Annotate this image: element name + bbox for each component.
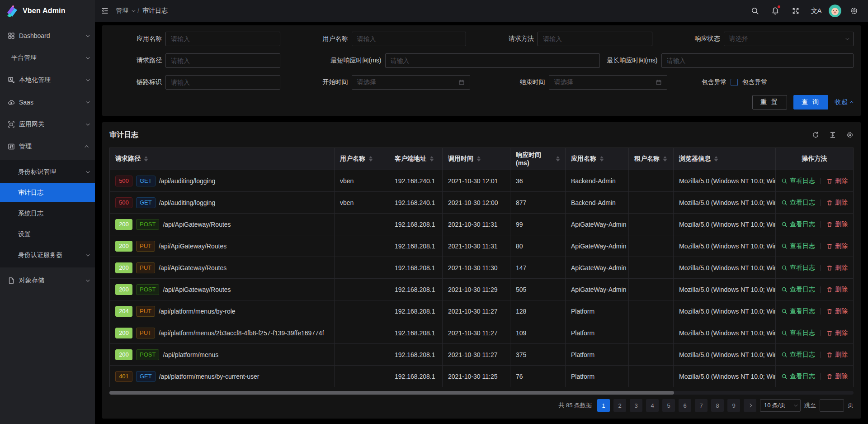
page-button[interactable]: 9 [727, 399, 740, 412]
user-name-input[interactable] [352, 32, 467, 46]
page-button[interactable]: 7 [695, 399, 708, 412]
table-row[interactable]: 401 GET /api/platform/menus/by-current-u… [110, 365, 853, 387]
sidebar-subitem-auth-server[interactable]: 身份认证服务器 [0, 246, 95, 265]
view-log-action[interactable]: 查看日志 [781, 242, 815, 250]
start-time-picker[interactable]: 请选择 [352, 75, 470, 90]
gear-icon[interactable] [846, 131, 854, 138]
column-header[interactable]: 请求路径 [110, 148, 335, 170]
column-header[interactable]: 操作方法 [776, 148, 853, 170]
page-button[interactable]: 4 [646, 399, 659, 412]
view-log-action[interactable]: 查看日志 [781, 177, 815, 185]
sidebar-item-platform[interactable]: 平台管理 [0, 49, 95, 67]
table-row[interactable]: 200 POST /api/ApiGateway/Routes 192.168.… [110, 213, 853, 235]
search-icon [781, 373, 788, 380]
view-log-action[interactable]: 查看日志 [781, 307, 815, 315]
next-page-button[interactable] [744, 399, 756, 412]
page-button[interactable]: 5 [662, 399, 675, 412]
sidebar-item-localization[interactable]: 本地化管理 [0, 71, 95, 89]
delete-action[interactable]: 删除 [826, 329, 848, 337]
notifications-button[interactable] [768, 3, 783, 19]
column-header[interactable]: 应用名称 [566, 148, 629, 170]
sort-icon[interactable] [430, 156, 434, 162]
row-height-icon[interactable] [829, 131, 836, 138]
trace-id-input[interactable] [165, 75, 280, 90]
sidebar-subitem-system-log[interactable]: 系统日志 [0, 204, 95, 223]
delete-action[interactable]: 删除 [826, 264, 848, 272]
sidebar-item-object-storage[interactable]: 对象存储 [0, 272, 95, 290]
sort-icon[interactable] [556, 156, 560, 162]
sidebar-item-gateway[interactable]: 应用网关 [0, 115, 95, 133]
view-log-action[interactable]: 查看日志 [781, 199, 815, 207]
table-row[interactable]: 200 PUT /api/ApiGateway/Routes 192.168.2… [110, 235, 853, 257]
fullscreen-button[interactable] [788, 3, 803, 19]
delete-action[interactable]: 删除 [826, 372, 848, 381]
scrollbar-thumb[interactable] [109, 391, 674, 395]
status-select[interactable]: 请选择 [724, 32, 854, 46]
max-time-input[interactable] [661, 53, 854, 68]
logo[interactable]: Vben Admin [0, 0, 95, 22]
collapse-link[interactable]: 收起 [835, 98, 854, 106]
view-log-action[interactable]: 查看日志 [781, 264, 815, 272]
view-log-action[interactable]: 查看日志 [781, 351, 815, 359]
sidebar-item-dashboard[interactable]: Dashboard [0, 27, 95, 45]
table-row[interactable]: 200 PUT /api/ApiGateway/Routes 192.168.2… [110, 257, 853, 278]
column-header[interactable]: 浏览器信息 [674, 148, 776, 170]
delete-action[interactable]: 删除 [826, 220, 848, 229]
table-row[interactable]: 200 POST /api/platform/menus 192.168.208… [110, 343, 853, 365]
sort-icon[interactable] [477, 156, 481, 162]
sidebar-subitem-settings[interactable]: 设置 [0, 225, 95, 244]
page-size-select[interactable]: 10 条/页 [760, 399, 801, 412]
sort-icon[interactable] [714, 156, 718, 162]
table-row[interactable]: 200 PUT /api/platform/menus/2b3accf8-4fb… [110, 322, 853, 343]
column-header[interactable]: 用户名称 [335, 148, 389, 170]
column-header[interactable]: 调用时间 [443, 148, 510, 170]
column-header[interactable]: 租户名称 [629, 148, 674, 170]
page-button[interactable]: 6 [679, 399, 691, 412]
delete-action[interactable]: 删除 [826, 351, 848, 359]
column-header[interactable]: 响应时间(ms) [510, 148, 566, 170]
min-time-input[interactable] [385, 53, 600, 68]
table-row[interactable]: 500 GET /api/auditing/logging vben 192.1… [110, 191, 853, 213]
delete-action[interactable]: 删除 [826, 242, 848, 250]
table-row[interactable]: 200 POST /api/ApiGateway/Routes 192.168.… [110, 278, 853, 300]
jump-page-input[interactable] [820, 399, 844, 412]
settings-button[interactable] [846, 3, 862, 19]
column-header[interactable]: 客户端地址 [389, 148, 443, 170]
page-button[interactable]: 1 [597, 399, 610, 412]
sort-icon[interactable] [600, 156, 604, 162]
delete-action[interactable]: 删除 [826, 177, 848, 185]
reset-button[interactable]: 重 置 [752, 95, 787, 110]
global-search-button[interactable] [747, 3, 763, 19]
sidebar-subitem-audit-log[interactable]: 审计日志 [0, 183, 95, 202]
language-button[interactable]: 文A [808, 3, 824, 19]
delete-action[interactable]: 删除 [826, 286, 848, 294]
refresh-icon[interactable] [812, 131, 819, 138]
view-log-action[interactable]: 查看日志 [781, 286, 815, 294]
view-log-action[interactable]: 查看日志 [781, 220, 815, 229]
query-button[interactable]: 查 询 [793, 95, 828, 110]
sidebar-subitem-identity[interactable]: 身份标识管理 [0, 162, 95, 181]
page-button[interactable]: 3 [630, 399, 642, 412]
request-path-input[interactable] [165, 53, 280, 68]
menu-fold-icon[interactable] [101, 7, 108, 14]
sidebar-item-manage[interactable]: 管理 [0, 138, 95, 156]
page-button[interactable]: 2 [613, 399, 626, 412]
breadcrumb-section[interactable]: 管理 [116, 7, 128, 15]
http-method-input[interactable] [538, 32, 652, 46]
has-exception-checkbox[interactable] [731, 79, 738, 86]
sidebar-item-saas[interactable]: Saas [0, 93, 95, 111]
avatar[interactable] [829, 5, 841, 17]
app-name-input[interactable] [165, 32, 280, 46]
sort-icon[interactable] [663, 156, 667, 162]
delete-action[interactable]: 删除 [826, 307, 848, 315]
sort-icon[interactable] [369, 156, 373, 162]
horizontal-scrollbar[interactable] [109, 391, 854, 395]
end-time-picker[interactable]: 请选择 [549, 75, 667, 90]
page-button[interactable]: 8 [711, 399, 724, 412]
delete-action[interactable]: 删除 [826, 199, 848, 207]
view-log-action[interactable]: 查看日志 [781, 329, 815, 337]
sort-icon[interactable] [144, 156, 148, 162]
table-row[interactable]: 500 GET /api/auditing/logging vben 192.1… [110, 170, 853, 191]
table-row[interactable]: 204 PUT /api/platform/menus/by-role 192.… [110, 300, 853, 322]
view-log-action[interactable]: 查看日志 [781, 372, 815, 381]
